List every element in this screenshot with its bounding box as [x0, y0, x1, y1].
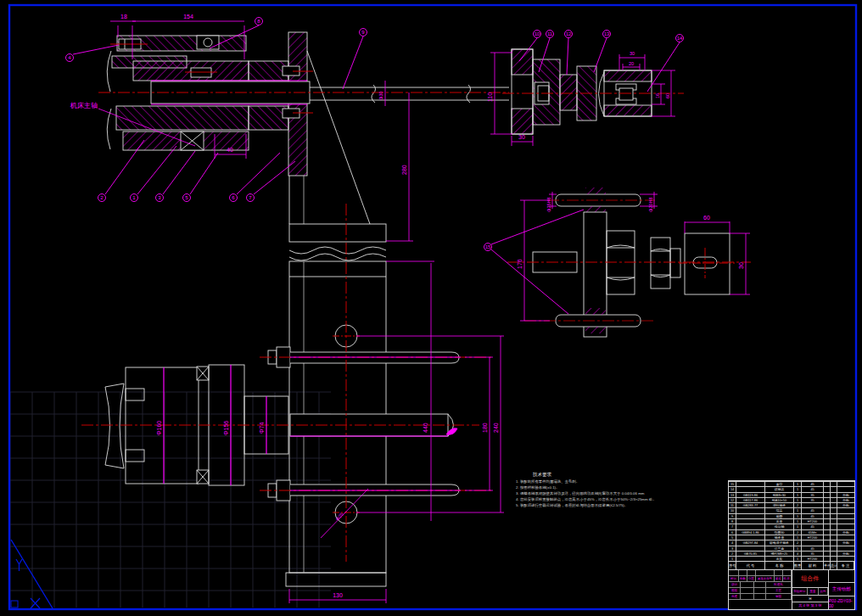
dim-60: 60 — [703, 215, 710, 221]
note-line: 5. 装配后进行空载运转试验，各密封处与结合面不得渗漏(≤2.5/75)。 — [516, 502, 733, 508]
label-check: 校核 — [729, 588, 741, 594]
title-block: 标记 处数 分区 更改文件号 签名 年.月.日 设计 标准化 校核 工艺 批准 … — [728, 569, 855, 610]
label-mark: 标记 — [729, 576, 739, 582]
balloon-number: 12 — [566, 31, 572, 36]
dim-280: 280 — [401, 165, 407, 175]
balloon-number: 3 — [158, 195, 161, 200]
bolt-right-lower — [283, 109, 313, 118]
balloon-number: 6 — [232, 195, 235, 200]
parts-list-table: 15 套筒 1 45 14 联轴器 1 45 13 GB119-86 — [728, 480, 855, 571]
dim-30-bottom: 30 — [518, 134, 525, 140]
dim-16: 16 — [655, 93, 660, 98]
dim-20h8: Φ20H8 — [648, 197, 653, 212]
notes-list: 1. 装配前所有零件均需清洗、去毛刺。2. 按图样检验各轴(±0.1)。3. 调… — [516, 479, 733, 508]
product-name: 组合件 — [792, 570, 828, 588]
part-remark — [837, 556, 854, 561]
stage-mark: H — [792, 596, 828, 602]
dim-154: 154 — [183, 14, 193, 20]
dim-156: Φ156 — [223, 421, 229, 435]
bearing-top — [197, 36, 219, 49]
label-change-doc: 更改文件号 — [756, 576, 775, 582]
dim-40: 40 — [227, 147, 233, 153]
label-date: 年.月.日 — [783, 576, 792, 582]
dim-176: 176 — [517, 259, 523, 269]
balloon-number: 10 — [535, 31, 540, 36]
balloon-number: 9 — [361, 30, 365, 35]
table-row: 1 支架 1 HT200 — [729, 556, 854, 561]
label-design: 设计 — [729, 582, 741, 588]
dim-240: 240 — [493, 423, 499, 433]
label-weight: 重量 — [808, 588, 819, 595]
label-stage: 阶段标记 — [792, 588, 808, 595]
label-approve: 批准 — [729, 594, 741, 600]
dim-74: Φ74 — [259, 423, 265, 434]
part-name: 支架 — [765, 556, 794, 561]
bearing-cross-bottom — [197, 470, 209, 484]
label-standardization: 标准化 — [766, 582, 792, 588]
label-process: 工艺 — [766, 588, 792, 594]
dim-shaft-dia: Φ30 — [378, 91, 383, 100]
bearing-cross — [181, 132, 204, 150]
sign-row-3: 批准 审核 — [729, 594, 792, 600]
title-block-revision-grid: 标记 处数 分区 更改文件号 签名 年.月.日 设计 标准化 校核 工艺 批准 … — [729, 570, 792, 609]
label-count: 处数 — [739, 576, 747, 582]
dim-60-right: 60 — [665, 93, 670, 98]
part-qty: 1 — [794, 556, 802, 561]
part-weight-total — [831, 556, 837, 561]
balloon-number: 11 — [547, 31, 553, 36]
dim-30-top: 30 — [630, 51, 635, 56]
dim-18: 18 — [120, 14, 127, 20]
label-scale: 比例 — [819, 588, 828, 595]
label-zone: 分区 — [747, 576, 756, 582]
dim-180: 180 — [482, 423, 488, 433]
drawing-number: P01-ZDY03-00 — [829, 596, 854, 609]
project-name: 主传动部 — [829, 583, 854, 596]
note-line: 3. 调整各轴承游隙使其转动灵活，径向圆跳动及轴向窜动不大于 0.04/0.06… — [516, 490, 733, 496]
bearing-cross-top — [197, 367, 209, 380]
spindle-label: 机床主轴 — [70, 102, 98, 109]
label-audit: 审核 — [766, 594, 792, 600]
note-line: 4. 齿轮安装后检查接触斑点，沿齿高不小于45%，沿齿长不小于50%~2/3×2… — [516, 496, 733, 502]
stage-row: 阶段标记 重量 比例 — [792, 588, 828, 596]
dim-30-wheel: 30 — [738, 262, 744, 269]
balloon-number: 15 — [485, 244, 491, 249]
dim-20: 20 — [629, 61, 634, 66]
balloon-number: 14 — [677, 36, 683, 41]
balloon-number: 7 — [249, 195, 252, 200]
cad-canvas: 4 2 1 3 5 6 7 8 9 10 11 12 13 14 15 18 1… — [0, 0, 862, 616]
dim-440: 440 — [423, 423, 428, 433]
part-code — [736, 556, 765, 561]
fold-mark-y — [16, 559, 22, 571]
sheet-info: 共 4 张 第 3 张 — [792, 602, 828, 609]
hole-leader — [321, 489, 368, 538]
note-line: 1. 装配前所有零件均需清洗、去毛刺。 — [516, 479, 733, 484]
balloon-number: 1 — [132, 195, 136, 200]
dim-110: 110 — [487, 92, 493, 102]
bolt-right-upper — [283, 66, 313, 76]
note-line: 2. 按图样检验各轴(±0.1)。 — [516, 484, 733, 490]
notes-heading: 技术要求 — [516, 472, 733, 478]
label-signature: 签名 — [775, 576, 783, 582]
dim-160: Φ160 — [156, 421, 162, 435]
balloon-number: 8 — [257, 19, 260, 24]
sign-row-2: 校核 工艺 — [729, 588, 792, 594]
revision-labels: 标记 处数 分区 更改文件号 签名 年.月.日 — [729, 576, 792, 582]
title-block-center: 组合件 阶段标记 重量 比例 H 共 4 张 第 3 张 — [792, 570, 829, 609]
parts-rows: 15 套筒 1 45 14 联轴器 1 45 13 GB119-86 — [729, 481, 854, 561]
title-block-right: 主传动部 P01-ZDY03-00 — [829, 570, 854, 609]
dim-25h8: Φ25H8 — [546, 197, 551, 212]
balloon-number: 4 — [68, 55, 71, 60]
balloon-number: 5 — [185, 195, 188, 200]
balloon-number: 13 — [604, 31, 610, 36]
dim-130: 130 — [333, 592, 343, 598]
balloon-number: 2 — [100, 195, 104, 200]
part-weight-unit — [824, 556, 831, 561]
technical-notes: 技术要求 1. 装配前所有零件均需清洗、去毛刺。2. 按图样检验各轴(±0.1)… — [516, 472, 733, 508]
part-material: HT200 — [802, 556, 824, 561]
part-no: 1 — [729, 556, 736, 561]
sign-row-1: 设计 标准化 — [729, 582, 792, 588]
